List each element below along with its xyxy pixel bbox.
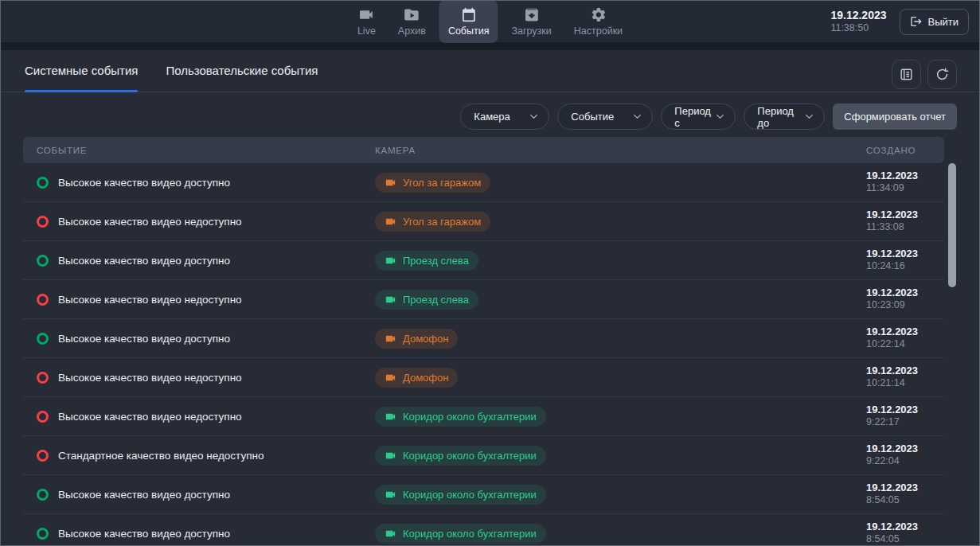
table-row[interactable]: Высокое качество видео недоступноКоридор… <box>23 397 944 436</box>
table-header: СОБЫТИЕ КАМЕРА СОЗДАНО <box>23 137 944 163</box>
created-time: 9:22:04 <box>866 455 944 468</box>
status-ok-icon <box>37 177 49 189</box>
camera-badge-icon <box>385 489 396 501</box>
camera-badge-icon <box>385 528 396 540</box>
status-ok-icon <box>37 255 49 267</box>
camera-badge[interactable]: Коридор около бухгалтерии <box>375 524 546 544</box>
nav-item-label: Настройки <box>574 25 623 37</box>
event-label: Высокое качество видео доступно <box>58 177 230 189</box>
created-time: 11:33:08 <box>866 221 944 234</box>
created-time: 10:23:09 <box>866 299 944 312</box>
camera-badge-icon <box>385 411 396 423</box>
table-row[interactable]: Стандартное качество видео недоступноКор… <box>23 436 944 475</box>
camera-badge-label: Домофон <box>403 372 448 384</box>
logout-icon <box>910 15 923 28</box>
main-nav: LiveАрхивСобытияЗагрузкиНастройки <box>349 1 631 42</box>
nav-item-label: События <box>448 25 490 37</box>
camera-badge-icon <box>385 177 396 189</box>
settings-gear-icon <box>590 6 607 23</box>
event-label: Высокое качество видео недоступно <box>58 372 242 384</box>
table-row[interactable]: Высокое качество видео недоступноУгол за… <box>23 202 944 241</box>
status-ok-icon <box>37 489 49 501</box>
camera-badge[interactable]: Коридор около бухгалтерии <box>375 407 546 427</box>
events-table: Высокое качество видео доступноУгол за г… <box>23 163 944 545</box>
tabs-row: Системные событияПользовательские событи… <box>1 50 979 92</box>
dropdown-label: Период до <box>757 105 803 129</box>
camera-badge[interactable]: Угол за гаражом <box>375 173 490 193</box>
app-window: LiveАрхивСобытияЗагрузкиНастройки 19.12.… <box>0 0 980 546</box>
created-date: 19.12.2023 <box>866 365 944 377</box>
filter-dropdown-period-to[interactable]: Период до <box>744 103 825 130</box>
camera-badge[interactable]: Домофон <box>375 368 458 388</box>
table-row[interactable]: Высокое качество видео доступноУгол за г… <box>23 163 944 202</box>
camera-badge[interactable]: Угол за гаражом <box>375 212 490 232</box>
current-datetime: 19.12.2023 11:38:50 <box>830 9 886 34</box>
report-view-button[interactable] <box>892 60 921 89</box>
event-label: Высокое качество видео недоступно <box>58 411 242 423</box>
refresh-icon <box>935 67 950 82</box>
archive-folder-icon <box>404 6 420 23</box>
table-row[interactable]: Высокое качество видео недоступноДомофон… <box>23 358 944 397</box>
camera-badge[interactable]: Проезд слева <box>375 251 478 271</box>
camera-badge[interactable]: Домофон <box>375 329 458 349</box>
tab-user-events[interactable]: Пользовательские события <box>166 50 318 92</box>
created-time: 11:34:09 <box>866 182 944 195</box>
column-header-created: СОЗДАНО <box>866 146 944 155</box>
tab-system-events[interactable]: Системные события <box>25 50 138 92</box>
table-row[interactable]: Высокое качество видео доступноКоридор о… <box>23 475 944 514</box>
camera-badge[interactable]: Коридор около бухгалтерии <box>375 485 546 505</box>
filter-dropdown-period-from[interactable]: Период с <box>661 103 736 130</box>
generate-report-button[interactable]: Сформировать отчет <box>833 103 957 130</box>
status-error-icon <box>37 411 49 423</box>
topbar-right: 19.12.2023 11:38:50 Выйти <box>830 1 969 42</box>
event-label: Высокое качество видео доступно <box>58 333 230 345</box>
event-label: Высокое качество видео доступно <box>58 255 230 267</box>
column-header-event: СОБЫТИЕ <box>23 146 375 155</box>
created-date: 19.12.2023 <box>866 443 944 455</box>
status-ok-icon <box>37 333 49 345</box>
created-date: 19.12.2023 <box>866 248 944 260</box>
nav-item-archive[interactable]: Архив <box>389 0 435 43</box>
status-error-icon <box>37 372 49 384</box>
created-date: 19.12.2023 <box>866 326 944 338</box>
tabs: Системные событияПользовательские событи… <box>1 50 979 92</box>
current-date: 19.12.2023 <box>830 9 886 22</box>
camera-badge-icon <box>385 294 396 306</box>
table-row[interactable]: Высокое качество видео доступноКоридор о… <box>23 514 944 545</box>
table-row[interactable]: Высокое качество видео доступноДомофон19… <box>23 319 944 358</box>
camera-badge[interactable]: Проезд слева <box>375 290 478 310</box>
chevron-down-icon <box>714 111 726 123</box>
nav-item-live[interactable]: Live <box>349 0 385 43</box>
nav-item-downloads[interactable]: Загрузки <box>502 0 560 43</box>
nav-item-settings[interactable]: Настройки <box>565 0 631 43</box>
camera-badge-label: Коридор около бухгалтерии <box>403 411 537 423</box>
report-journal-icon <box>899 67 914 82</box>
table-row[interactable]: Высокое качество видео доступноПроезд сл… <box>23 241 944 280</box>
camera-badge-label: Проезд слева <box>403 294 469 306</box>
topbar: LiveАрхивСобытияЗагрузкиНастройки 19.12.… <box>1 1 979 42</box>
logout-button[interactable]: Выйти <box>900 9 970 35</box>
created-date: 19.12.2023 <box>866 482 944 494</box>
scrollbar-thumb[interactable] <box>948 163 956 287</box>
created-date: 19.12.2023 <box>866 287 944 299</box>
status-error-icon <box>37 216 49 228</box>
camera-badge-icon <box>385 372 396 384</box>
filter-dropdown-camera[interactable]: Камера <box>460 103 549 130</box>
refresh-button[interactable] <box>927 60 957 89</box>
table-row[interactable]: Высокое качество видео недоступноПроезд … <box>23 280 944 319</box>
nav-item-label: Live <box>357 25 376 37</box>
logout-label: Выйти <box>928 16 959 28</box>
created-date: 19.12.2023 <box>866 521 944 533</box>
event-label: Высокое качество видео недоступно <box>58 294 242 306</box>
camera-badge-label: Коридор около бухгалтерии <box>403 450 537 462</box>
camera-badge[interactable]: Коридор около бухгалтерии <box>375 446 546 466</box>
dropdown-label: Период с <box>674 105 714 129</box>
nav-item-events[interactable]: События <box>439 0 498 43</box>
filter-dropdown-event[interactable]: Событие <box>557 103 653 130</box>
camera-badge-icon <box>385 333 396 345</box>
camera-badge-icon <box>385 255 396 267</box>
camera-badge-label: Угол за гаражом <box>403 177 481 189</box>
created-date: 19.12.2023 <box>866 209 944 221</box>
created-time: 10:22:14 <box>866 338 944 351</box>
dropdown-label: Событие <box>571 111 614 123</box>
